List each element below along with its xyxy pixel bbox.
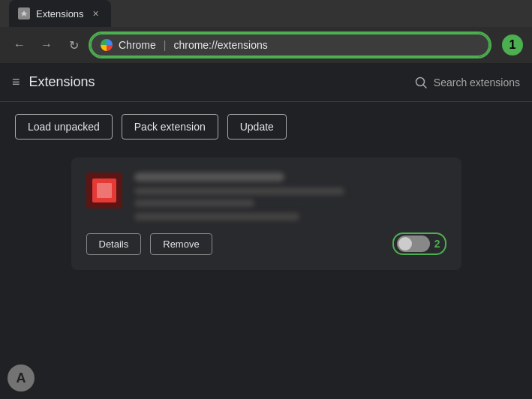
svg-line-1	[423, 85, 426, 88]
tab-favicon	[18, 8, 30, 20]
extension-name-blur	[134, 172, 284, 182]
pack-extension-button[interactable]: Pack extension	[122, 114, 218, 140]
remove-button[interactable]: Remove	[150, 233, 212, 255]
extension-toggle[interactable]	[397, 236, 430, 252]
address-text: chrome://extensions	[173, 39, 267, 51]
title-bar: Extensions ×	[0, 0, 532, 27]
watermark-logo: A	[8, 364, 35, 392]
extension-id-blur	[134, 213, 299, 220]
page-title: Extensions	[29, 74, 95, 90]
chrome-icon	[101, 39, 113, 51]
load-unpacked-button[interactable]: Load unpacked	[15, 114, 113, 140]
search-area: Search extensions	[414, 76, 520, 89]
step-2-badge: 2	[434, 238, 442, 250]
forward-button[interactable]: →	[36, 34, 57, 56]
reload-button[interactable]: ↻	[63, 34, 84, 56]
update-button[interactable]: Update	[227, 114, 287, 140]
hamburger-icon[interactable]: ≡	[12, 74, 20, 90]
extension-card: Details Remove 2	[71, 158, 461, 270]
address-bar[interactable]: Chrome | chrome://extensions	[90, 33, 490, 57]
toggle-knob	[398, 237, 412, 250]
back-button[interactable]: ←	[9, 34, 30, 56]
svg-point-0	[416, 77, 424, 86]
extension-details	[134, 172, 446, 220]
search-icon[interactable]	[414, 76, 428, 89]
extension-icon	[86, 172, 122, 208]
browser-tab[interactable]: Extensions ×	[9, 0, 111, 27]
browser-toolbar: ← → ↻ Chrome | chrome://extensions 1	[0, 27, 532, 63]
page-header: ≡ Extensions Search extensions	[0, 63, 532, 102]
search-placeholder[interactable]: Search extensions	[434, 76, 520, 88]
extension-info	[86, 172, 446, 220]
extension-desc-blur-1	[134, 188, 344, 195]
toggle-wrapper: 2	[392, 232, 446, 255]
tab-close-button[interactable]: ×	[90, 8, 102, 20]
address-separator: |	[164, 39, 167, 51]
actions-bar: Load unpacked Pack extension Update	[0, 102, 532, 152]
extensions-area: Details Remove 2	[0, 152, 532, 285]
extension-actions: Details Remove 2	[86, 232, 446, 255]
chrome-label: Chrome	[119, 39, 156, 51]
watermark: A	[8, 364, 35, 392]
step-1-badge: 1	[502, 34, 523, 56]
details-button[interactable]: Details	[86, 233, 142, 255]
tab-title: Extensions	[36, 8, 84, 20]
extension-desc-blur-2	[134, 200, 254, 207]
